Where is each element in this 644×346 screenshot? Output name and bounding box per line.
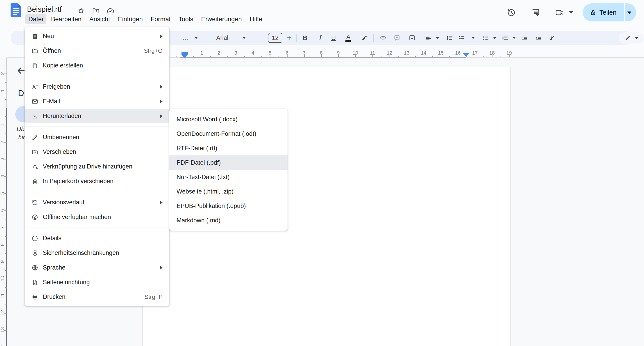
shield-icon: [32, 250, 38, 256]
numbered-list-icon[interactable]: 123: [502, 34, 509, 42]
menu-item-label: Verknüpfung zu Drive hinzufügen: [43, 163, 132, 170]
insert-image-icon[interactable]: [408, 34, 416, 42]
menu-item-herunterladen[interactable]: Herunterladen: [25, 109, 169, 123]
person-add-icon: [32, 83, 38, 90]
line-spacing-icon[interactable]: [446, 34, 453, 42]
cloud-status-icon[interactable]: [106, 7, 114, 15]
video-call-icon[interactable]: [555, 8, 564, 17]
version-history-icon[interactable]: [507, 8, 516, 17]
add-comment-icon[interactable]: [394, 34, 400, 42]
hruler-tick: [202, 54, 202, 57]
styles-dropdown-icon[interactable]: [194, 37, 198, 39]
menubar-item-format[interactable]: Format: [148, 14, 174, 24]
video-call-dropdown-icon[interactable]: [569, 11, 573, 14]
bold-button[interactable]: B: [303, 34, 308, 42]
folder-icon: [32, 48, 38, 54]
menu-item-sicherheitseinschraenkungen[interactable]: Sicherheitseinschränkungen: [25, 246, 169, 260]
hruler-tick: [372, 54, 373, 57]
highlighter-icon[interactable]: [361, 34, 368, 42]
vruler-tick: [5, 99, 6, 100]
comments-icon[interactable]: [531, 8, 540, 17]
decrease-font-size-button[interactable]: −: [258, 33, 262, 43]
outline-collapse-arrow-icon[interactable]: [16, 66, 26, 75]
menubar-item-einfuegen[interactable]: Einfügen: [115, 14, 146, 24]
decrease-indent-icon[interactable]: [521, 34, 528, 42]
menu-item-e-mail[interactable]: E-Mail: [25, 94, 169, 109]
menu-item-in-papierkorb-verschieben[interactable]: In Papierkorb verschieben: [25, 174, 169, 189]
document-title[interactable]: Beispiel.rtf: [27, 5, 62, 14]
submenu-item-microsoft-word-docx[interactable]: Microsoft Word (.docx): [169, 112, 288, 126]
submenu-item-webseite-html-zip[interactable]: Webseite (.html, .zip): [169, 184, 288, 199]
submenu-item-rtf-datei-rtf[interactable]: RTF-Datei (.rtf): [169, 141, 288, 155]
menu-item-sprache[interactable]: Sprache: [25, 260, 169, 275]
menu-item-drucken[interactable]: DruckenStrg+P: [25, 290, 169, 304]
vruler-tick: [5, 219, 6, 220]
menu-item-umbenennen[interactable]: Umbenennen: [25, 130, 169, 144]
share-button[interactable]: Teilen: [600, 9, 616, 16]
menu-item-neu[interactable]: Neu: [25, 29, 169, 44]
star-icon[interactable]: [77, 7, 85, 15]
menu-item-oeffnen[interactable]: ÖffnenStrg+O: [25, 44, 169, 58]
bulleted-list-icon[interactable]: [482, 34, 489, 42]
menu-item-offline-verfuegbar-machen[interactable]: Offline verfügbar machen: [25, 210, 169, 224]
paragraph-styles-dropdown[interactable]: …: [182, 34, 189, 42]
google-docs-logo-icon[interactable]: [10, 4, 21, 17]
menubar-item-erweiterungen[interactable]: Erweiterungen: [198, 14, 245, 24]
editing-mode-button[interactable]: [618, 32, 644, 44]
increase-indent-icon[interactable]: [535, 34, 542, 42]
menu-item-verknuepfung-zu-drive-hinzufuegen[interactable]: Verknüpfung zu Drive hinzufügen: [25, 159, 169, 174]
menu-item-label: Kopie erstellen: [43, 62, 83, 69]
font-family-dropdown[interactable]: Arial: [216, 35, 228, 42]
submenu-item-epub-publikation-epub[interactable]: EPUB-Publikation (.epub): [169, 199, 288, 213]
toolbar-divider: [253, 34, 253, 42]
menu-item-versionsverlauf[interactable]: Versionsverlauf: [25, 195, 169, 210]
vertical-ruler[interactable]: 211234567891011121314: [0, 58, 7, 346]
editing-mode-dropdown-icon[interactable]: [635, 37, 638, 39]
vruler-tick: [4, 313, 6, 313]
hruler-tick: [296, 56, 296, 57]
submenu-item-markdown-md[interactable]: Markdown (.md): [169, 213, 288, 228]
hruler-tick: [492, 54, 492, 57]
menubar-item-hilfe[interactable]: Hilfe: [246, 14, 266, 24]
align-dropdown-icon[interactable]: [436, 37, 439, 39]
toolbar-divider: [421, 34, 421, 42]
insert-link-icon[interactable]: [380, 34, 387, 42]
checklist-dropdown-icon[interactable]: [471, 37, 475, 39]
share-dropdown-icon[interactable]: [627, 12, 632, 14]
menu-item-seiteneinrichtung[interactable]: Seiteneinrichtung: [25, 275, 169, 290]
menubar-item-datei[interactable]: Datei: [25, 14, 46, 24]
menu-item-freigeben[interactable]: Freigeben: [25, 79, 169, 94]
menu-item-kopie-erstellen[interactable]: Kopie erstellen: [25, 58, 169, 73]
font-dropdown-icon[interactable]: [242, 37, 246, 39]
vruler-tick: [5, 65, 6, 65]
align-left-icon[interactable]: [425, 34, 432, 42]
font-size-field[interactable]: 12: [268, 33, 282, 43]
numbered-list-dropdown-icon[interactable]: [512, 37, 516, 39]
checklist-icon[interactable]: [458, 34, 465, 42]
hruler-tick: [278, 56, 279, 57]
trash-icon: [32, 178, 38, 185]
right-indent-marker[interactable]: [463, 53, 469, 57]
menu-item-details[interactable]: Details: [25, 231, 169, 246]
vruler-tick: [4, 228, 6, 228]
menubar-item-bearbeiten[interactable]: Bearbeiten: [48, 14, 84, 24]
bulleted-list-dropdown-icon[interactable]: [493, 37, 496, 39]
submenu-item-nur-text-datei-txt[interactable]: Nur-Text-Datei (.txt): [169, 170, 288, 184]
underline-button[interactable]: U: [331, 34, 336, 42]
submenu-item-opendocument-format-odt[interactable]: OpenDocument-Format (.odt): [169, 126, 288, 141]
menubar-item-tools[interactable]: Tools: [176, 14, 196, 24]
menubar-item-ansicht[interactable]: Ansicht: [86, 14, 113, 24]
menu-item-verschieben[interactable]: Verschieben: [25, 144, 169, 159]
toolbar-divider: [296, 34, 296, 42]
italic-button[interactable]: I: [318, 34, 321, 42]
hruler-tick: [219, 54, 219, 57]
increase-font-size-button[interactable]: +: [287, 33, 292, 43]
vruler-tick: [5, 185, 6, 185]
outline-heading-fragment[interactable]: D: [18, 89, 24, 98]
outline-placeholder-line1: Üb: [17, 126, 24, 133]
submenu-item-pdf-datei-pdf[interactable]: PDF-Datei (.pdf): [169, 155, 288, 170]
clear-formatting-icon[interactable]: [548, 34, 556, 42]
vruler-tick: [5, 151, 6, 151]
move-folder-icon[interactable]: [92, 7, 100, 15]
text-color-button[interactable]: A: [346, 34, 351, 42]
